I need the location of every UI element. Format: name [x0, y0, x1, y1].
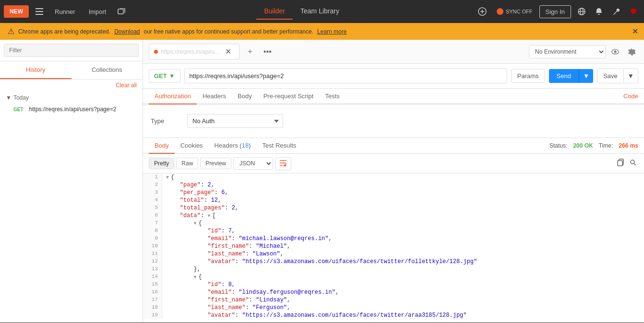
send-button[interactable]: Send [549, 69, 579, 83]
tab-builder[interactable]: Builder [256, 3, 293, 20]
interceptor-icon[interactable] [475, 4, 489, 19]
url-bar: https://reqres.in/api/u... ✕ ＋ ••• No En… [143, 40, 644, 64]
status-label: Status: [549, 142, 567, 149]
save-arrow-button[interactable]: ▼ [624, 69, 638, 83]
time-label: Time: [599, 142, 613, 149]
globe-icon[interactable] [575, 5, 588, 18]
params-button[interactable]: Params [511, 69, 545, 83]
method-chevron: ▼ [169, 72, 175, 80]
sidebar-toggle-button[interactable] [33, 5, 46, 18]
svg-rect-1 [36, 11, 43, 12]
sidebar-filter-container [0, 40, 143, 61]
format-pretty-button[interactable]: Pretty [149, 158, 174, 169]
resp-toolbar-right [615, 157, 638, 170]
main-layout: History Collections Clear all ▼ Today GE… [0, 40, 644, 323]
svg-point-5 [497, 8, 503, 15]
json-line: 8 "id": 7, [143, 227, 644, 235]
auth-type-row: Type No Auth [151, 114, 636, 128]
tab-team-library[interactable]: Team Library [293, 3, 347, 20]
settings-icon[interactable] [625, 45, 638, 58]
sidebar-tab-history[interactable]: History [0, 61, 72, 79]
wrap-button[interactable] [275, 157, 291, 170]
clear-all-link[interactable]: Clear all [116, 82, 137, 89]
json-line: 12 "avatar": "https://s3.amazonaws.com/u… [143, 258, 644, 265]
tab-dot [154, 50, 158, 54]
url-input[interactable] [184, 69, 507, 83]
json-line: 11 "last_name": "Lawson", [143, 250, 644, 258]
tab-url-label: https://reqres.in/api/u... [161, 48, 219, 55]
resp-tab-cookies[interactable]: Cookies [175, 138, 209, 154]
svg-line-14 [634, 163, 636, 165]
warning-icon: ⚠ [8, 27, 14, 36]
learn-more-link[interactable]: Learn more [317, 28, 346, 35]
tab-headers[interactable]: Headers [197, 89, 232, 104]
json-line: 10 "first_name": "Michael", [143, 242, 644, 250]
svg-rect-12 [618, 161, 622, 166]
auth-section: Type No Auth [143, 104, 644, 138]
tab-authorization[interactable]: Authorization [149, 89, 197, 104]
format-json-select[interactable]: JSON [233, 157, 273, 170]
auth-type-select[interactable]: No Auth [187, 114, 283, 128]
code-button[interactable]: Code [623, 92, 638, 100]
resp-tab-headers[interactable]: Headers (18) [209, 138, 257, 154]
sidebar-tab-collections[interactable]: Collections [72, 61, 143, 79]
today-section-title: ▼ Today [6, 94, 137, 101]
heart-icon[interactable] [627, 5, 640, 18]
download-link[interactable]: Download [114, 28, 140, 35]
runner-button[interactable]: Runner [50, 5, 80, 18]
warning-close-button[interactable]: ✕ [632, 27, 638, 36]
chevron-down-icon: ▼ [6, 94, 12, 101]
response-area: Body Cookies Headers (18) Test Results S… [143, 138, 644, 323]
format-preview-button[interactable]: Preview [200, 158, 231, 169]
svg-point-10 [614, 51, 616, 53]
format-raw-button[interactable]: Raw [176, 158, 198, 169]
tab-body[interactable]: Body [232, 89, 258, 104]
environment-select[interactable]: No Environment [529, 45, 606, 58]
svg-rect-3 [118, 9, 123, 14]
sidebar: History Collections Clear all ▼ Today GE… [0, 40, 143, 323]
new-window-button[interactable] [115, 5, 128, 18]
sidebar-today-section: ▼ Today GET https://reqres.in/api/users?… [0, 91, 143, 118]
sync-button[interactable]: SYNC OFF [493, 5, 536, 18]
wrench-icon[interactable] [609, 5, 623, 18]
json-line: 5 "total_pages": 2, [143, 204, 644, 212]
json-viewer[interactable]: 1▼{2 "page": 2,3 "per_page": 6,4 "total"… [143, 173, 644, 323]
json-line: 9 "email": "michael.lawson@reqres.in", [143, 235, 644, 242]
resp-tab-test-results[interactable]: Test Results [257, 138, 302, 154]
request-tab[interactable]: https://reqres.in/api/u... ✕ [149, 44, 239, 59]
send-arrow-button[interactable]: ▼ [579, 69, 593, 83]
tab-more-button[interactable]: ••• [261, 46, 274, 57]
tab-add-button[interactable]: ＋ [243, 46, 257, 58]
json-line: 1▼{ [143, 173, 644, 181]
response-tabs-bar: Body Cookies Headers (18) Test Results S… [143, 138, 644, 154]
warning-message: Chrome apps are being deprecated. [18, 28, 110, 35]
tab-close-button[interactable]: ✕ [222, 46, 234, 57]
method-badge: GET [12, 106, 25, 113]
svg-rect-0 [36, 8, 43, 9]
import-button[interactable]: Import [84, 5, 111, 18]
content-area: https://reqres.in/api/u... ✕ ＋ ••• No En… [143, 40, 644, 323]
history-item-url: https://reqres.in/api/users?page=2 [29, 106, 117, 113]
request-tabs: Authorization Headers Body Pre-request S… [143, 89, 644, 104]
new-button[interactable]: NEW [4, 5, 29, 18]
copy-button[interactable] [615, 157, 626, 170]
method-select[interactable]: GET ▼ [149, 69, 180, 83]
eye-icon[interactable] [608, 46, 622, 58]
svg-point-13 [631, 160, 634, 164]
filter-input[interactable] [4, 44, 139, 57]
save-button[interactable]: Save [597, 69, 624, 83]
json-line: 18 "last_name": "Ferguson", [143, 304, 644, 311]
sign-in-button[interactable]: Sign In [539, 5, 571, 18]
status-info: Status: 200 OK Time: 266 ms [549, 142, 638, 149]
json-line: 15 "id": 8, [143, 281, 644, 288]
tab-pre-request[interactable]: Pre-request Script [258, 89, 320, 104]
json-line: 14 ▼{ [143, 273, 644, 281]
bell-icon[interactable] [592, 5, 606, 18]
resp-tab-body[interactable]: Body [149, 138, 175, 154]
save-button-group: Save ▼ [597, 69, 638, 83]
json-line: 7 ▼{ [143, 219, 644, 227]
search-button[interactable] [628, 157, 638, 170]
tab-tests[interactable]: Tests [319, 89, 345, 104]
time-value: 266 ms [619, 142, 638, 149]
history-item[interactable]: GET https://reqres.in/api/users?page=2 [6, 104, 137, 115]
